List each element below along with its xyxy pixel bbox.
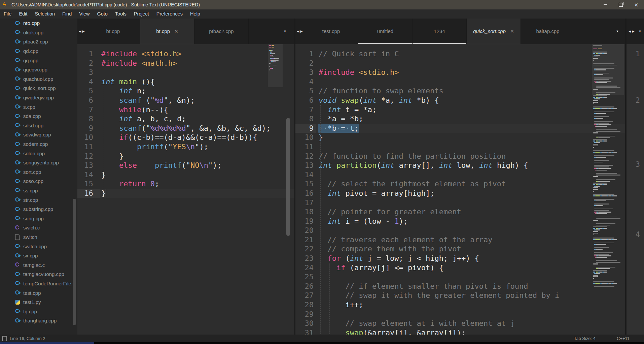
code-line[interactable]: 4 — [295, 77, 625, 87]
sidebar-item-soso.cpp[interactable]: C+soso.cpp — [0, 177, 77, 186]
sidebar-item-substring.cpp[interactable]: C+substring.cpp — [0, 205, 77, 214]
tab-dropdown-icon[interactable]: ▼ — [637, 19, 643, 44]
code-line[interactable]: 9··*b·=·t; — [295, 124, 625, 133]
code-line[interactable]: 14} — [77, 170, 294, 180]
scrollbar-thumb[interactable] — [286, 118, 290, 236]
sidebar-item-quachuoi.cpp[interactable]: C+quachuoi.cpp — [0, 74, 77, 84]
sidebar-item-test1.py[interactable]: test1.py — [0, 298, 77, 307]
sidebar-item-qwqdeqw.cpp[interactable]: C+qwqdeqw.cpp — [0, 93, 77, 102]
tab-quick_sort-cpp[interactable]: quick_sort.cpp✕ — [467, 19, 521, 44]
menu-selection[interactable]: Selection — [31, 9, 59, 19]
code-line[interactable]: 11 printf("YES\n"); — [77, 142, 294, 152]
menu-file[interactable]: File — [0, 9, 15, 19]
code-line[interactable]: 7 int t = *a; — [295, 105, 625, 115]
code-line[interactable]: 5// function to swap elements — [295, 86, 625, 96]
sidebar-item-str.cpp[interactable]: C+str.cpp — [0, 195, 77, 205]
menu-tools[interactable]: Tools — [111, 9, 130, 19]
code-line[interactable]: 15 // select the rightmost element as pi… — [295, 179, 625, 189]
code-line[interactable]: 13 else printf("NO\n"); — [77, 161, 294, 170]
code-line[interactable]: 16 int pivot = array[high]; — [295, 189, 625, 198]
sidebar-item-sdwdwq.cpp[interactable]: C+sdwdwq.cpp — [0, 130, 77, 139]
sidebar-item-s.cpp[interactable]: C+s.cpp — [0, 102, 77, 112]
tab-scroll-right-icon[interactable]: ▶ — [632, 30, 635, 33]
sidebar-scrollbar[interactable] — [73, 199, 76, 325]
code-line[interactable]: 26 // if element smaller than pivot is f… — [295, 282, 625, 291]
tab-scroll-left-icon[interactable]: ◀ — [297, 30, 299, 33]
code-line[interactable]: 8 *a = *b; — [295, 114, 625, 124]
code-line[interactable]: 14 — [295, 170, 625, 180]
editor-pane-left[interactable]: 1#include <stdio.h>2#include <math.h>34i… — [77, 44, 294, 335]
close-icon[interactable]: ✕ — [510, 29, 514, 34]
sidebar-item-sodem.cpp[interactable]: C+sodem.cpp — [0, 139, 77, 149]
sidebar-item-quick_sort.cpp[interactable]: C+quick_sort.cpp — [0, 84, 77, 93]
sidebar-item-sort.cpp[interactable]: C+sort.cpp — [0, 167, 77, 177]
tab-scroll-left-icon[interactable]: ◀ — [79, 30, 81, 33]
syntax-indicator[interactable]: C++11 — [617, 336, 630, 341]
sidebar-item-okok.cpp[interactable]: C+okok.cpp — [0, 28, 77, 37]
minimize-button[interactable] — [598, 0, 613, 9]
sidebar-item-swich.c[interactable]: Cswich.c — [0, 223, 77, 232]
sidebar-item-ptbac2.cpp[interactable]: C+ptbac2.cpp — [0, 37, 77, 46]
code-line[interactable]: 11 — [295, 142, 625, 152]
code-line[interactable]: 16} — [77, 189, 294, 198]
code-line[interactable]: 10} — [295, 133, 625, 142]
code-line[interactable]: 30 // swap element at i with element at … — [295, 319, 625, 328]
restore-button[interactable] — [613, 0, 629, 9]
code-line[interactable]: 12// function to find the partition posi… — [295, 152, 625, 161]
sidebar-item-sx.cpp[interactable]: C+sx.cpp — [0, 251, 77, 260]
code-line[interactable]: 1// Quick sort in C — [295, 49, 625, 59]
code-line[interactable]: 25 — [295, 272, 625, 282]
tab-scroll-right-icon[interactable]: ▶ — [300, 30, 303, 33]
status-panel-icon[interactable] — [2, 336, 7, 341]
code-line[interactable]: 3 — [77, 68, 294, 77]
code-line[interactable]: 5 int n; — [77, 86, 294, 96]
code-line[interactable]: 24 if (array[j] <= pivot) { — [295, 263, 625, 273]
sidebar-item-tg.cpp[interactable]: C+tg.cpp — [0, 307, 77, 316]
sidebar-item-nto.cpp[interactable]: C+nto.cpp — [0, 19, 77, 28]
code-line[interactable]: 20 — [295, 226, 625, 235]
editor-pane-third[interactable]: 1234 — [627, 44, 644, 335]
menu-project[interactable]: Project — [130, 9, 153, 19]
tab-dropdown-icon[interactable]: ▼ — [614, 19, 621, 44]
sidebar-item-test.cpp[interactable]: C+test.cpp — [0, 288, 77, 298]
sidebar-item-sdsd.cpp[interactable]: C+sdsd.cpp — [0, 121, 77, 130]
sidebar-item-sda.cpp[interactable]: C+sda.cpp — [0, 112, 77, 121]
code-line[interactable]: 1#include <stdio.h> — [77, 49, 294, 59]
menu-help[interactable]: Help — [186, 9, 204, 19]
code-line[interactable]: 6 scanf ("%d", &n); — [77, 96, 294, 105]
close-button[interactable]: ✕ — [629, 0, 644, 9]
code-line[interactable]: 9 scanf("%d%d%d%d", &a, &b, &c, &d); — [77, 124, 294, 133]
code-line[interactable]: 27 // swap it with the greater element p… — [295, 291, 625, 300]
tab-test-cpp[interactable]: test.cpp — [304, 19, 358, 44]
code-line[interactable]: 10 if((c-b)==(d-a)&&(c-a)==(d-b)){ — [77, 133, 294, 142]
code-line[interactable]: 2#include <math.h> — [77, 59, 294, 68]
tab-1234[interactable]: 1234 — [413, 19, 467, 44]
sidebar-item-songuyento.cpp[interactable]: C+songuyento.cpp — [0, 158, 77, 167]
tab-dropdown-icon[interactable]: ▼ — [282, 19, 288, 44]
tab-untitled[interactable]: untitled — [358, 19, 413, 44]
editor-pane-right[interactable]: 1// Quick sort in C23#include <stdio.h>4… — [295, 44, 625, 335]
sidebar-item-sung.cpp[interactable]: C+sung.cpp — [0, 214, 77, 223]
code-line[interactable]: 18 // pointer for greater element — [295, 207, 625, 217]
tab-bt-cpp[interactable]: bt.cpp✕ — [140, 19, 194, 44]
code-line[interactable]: 3#include <stdio.h> — [295, 68, 625, 77]
sidebar-item-tempCodeRunnerFile.q[interactable]: C+tempCodeRunnerFile.q — [0, 279, 77, 288]
menu-edit[interactable]: Edit — [15, 9, 31, 19]
code-line[interactable]: 8 int a, b, c, d; — [77, 114, 294, 124]
menu-preferences[interactable]: Preferences — [153, 9, 186, 19]
tab-baitap-cpp[interactable]: baitap.cpp — [521, 19, 575, 44]
sidebar-item-qqeqw.cpp[interactable]: C+qqeqw.cpp — [0, 65, 77, 74]
code-line[interactable]: 19 int i = (low - 1); — [295, 217, 625, 226]
sidebar-item-switch.cpp[interactable]: C+switch.cpp — [0, 242, 77, 251]
tab-scroll-left-icon[interactable]: ◀ — [629, 30, 631, 33]
code-line[interactable]: 28 i++; — [295, 300, 625, 310]
tab-size-indicator[interactable]: Tab Size: 4 — [574, 336, 596, 341]
menu-view[interactable]: View — [75, 9, 93, 19]
sidebar-item-solon.cpp[interactable]: C+solon.cpp — [0, 149, 77, 158]
sidebar-item-switch[interactable]: switch — [0, 232, 77, 242]
tab-ptbac2-cpp[interactable]: ptbac2.cpp — [194, 19, 249, 44]
code-line[interactable]: 22 // compare them with the pivot — [295, 244, 625, 254]
sidebar-item-qd.cpp[interactable]: C+qd.cpp — [0, 46, 77, 56]
code-line[interactable]: 2 — [295, 59, 625, 68]
code-line[interactable]: 31 swap(&array[i], &array[j]); — [295, 328, 625, 335]
